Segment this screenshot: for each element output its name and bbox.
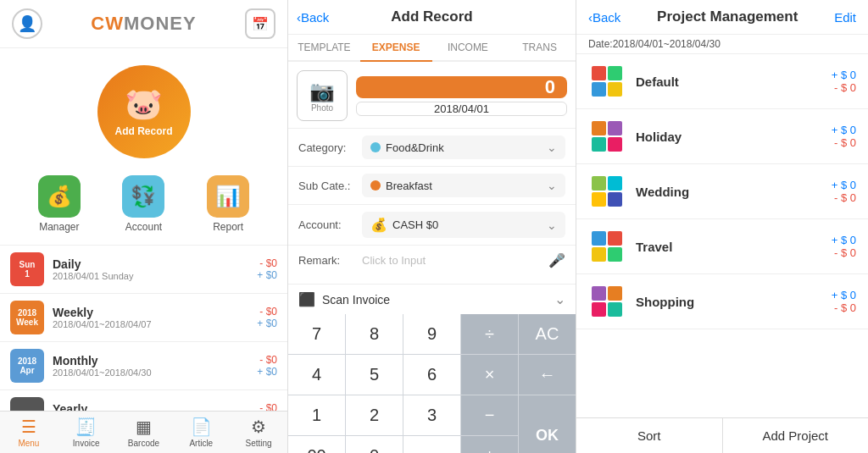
article-icon: 📄 — [191, 417, 212, 437]
right-panel: ‹ Back Project Management Edit Date:2018… — [576, 0, 868, 453]
nav-setting[interactable]: ⚙ Setting — [230, 412, 287, 453]
project-default-icon — [588, 63, 626, 100]
yearly-info: Yearly 2018/01/01~2018/12/31 — [53, 402, 257, 411]
list-item[interactable]: 2018 Apr Monthly 2018/04/01~2018/04/30 -… — [0, 342, 287, 390]
camera-icon: 📷 — [309, 80, 335, 103]
amount-date-box: 0 2018/04/01 — [356, 76, 567, 116]
num-plus[interactable]: + — [461, 436, 518, 453]
category-selector[interactable]: Food&Drink ⌄ — [362, 135, 565, 159]
project-item[interactable]: Holiday + $ 0 - $ 0 — [576, 109, 868, 164]
account-selector[interactable]: 💰 CASH $0 ⌄ — [362, 212, 565, 238]
project-back-button[interactable]: ‹ Back — [588, 10, 620, 25]
num-3[interactable]: 3 — [403, 395, 460, 435]
subcate-selector[interactable]: Breakfast ⌄ — [362, 174, 565, 197]
avatar-icon[interactable]: 👤 — [12, 8, 42, 39]
account-row: Account: 💰 CASH $0 ⌄ — [288, 204, 576, 245]
num-multiply[interactable]: × — [461, 355, 518, 395]
nav-barcode[interactable]: ▦ Barcode — [115, 412, 173, 453]
edit-button[interactable]: Edit — [834, 10, 856, 25]
list-item[interactable]: 2018 Yearly 2018/01/01~2018/12/31 - $0 +… — [0, 390, 287, 411]
daily-info: Daily 2018/04/01 Sunday — [53, 257, 257, 281]
category-value: Food&Drink — [386, 141, 444, 154]
remark-input[interactable]: Click to Input — [362, 254, 548, 267]
tab-trans[interactable]: TRANS — [504, 35, 576, 60]
subcate-row: Sub Cate.: Breakfast ⌄ — [288, 166, 576, 204]
list-item[interactable]: Sun 1 Daily 2018/04/01 Sunday - $0 + $0 — [0, 246, 287, 294]
account-label: Account — [125, 221, 162, 233]
amount-value: 0 — [545, 76, 555, 98]
chevron-down-icon: ⌄ — [547, 218, 557, 232]
report-action[interactable]: 📊 Report — [207, 175, 249, 233]
num-00[interactable]: 00 — [288, 436, 345, 453]
date-display[interactable]: 2018/04/01 — [356, 102, 567, 116]
add-record-button[interactable]: 🐷 Add Record — [97, 65, 191, 158]
invoice-icon: 🧾 — [75, 417, 97, 437]
right-footer: Sort Add Project — [576, 417, 868, 453]
left-panel: 👤 CWMONEY 📅 🐷 Add Record 💰 Manager 💱 Acc… — [0, 0, 288, 453]
tab-expense[interactable]: EXPENSE — [360, 35, 432, 62]
num-7[interactable]: 7 — [288, 314, 345, 354]
num-9[interactable]: 9 — [403, 314, 460, 354]
nav-invoice[interactable]: 🧾 Invoice — [58, 412, 115, 453]
manager-label: Manager — [39, 221, 79, 233]
project-shopping-amounts: + $ 0 - $ 0 — [832, 289, 856, 314]
list-item[interactable]: 2018 Week Weekly 2018/04/01~2018/04/07 -… — [0, 294, 287, 342]
num-divide[interactable]: ÷ — [461, 314, 518, 354]
num-8[interactable]: 8 — [346, 314, 403, 354]
num-2[interactable]: 2 — [346, 395, 403, 435]
num-ac[interactable]: AC — [519, 314, 576, 354]
category-row: Category: Food&Drink ⌄ — [288, 128, 576, 166]
numpad: 7 8 9 ÷ AC 4 5 6 × ← 1 2 3 − OK 00 0 . + — [288, 314, 576, 453]
num-ok[interactable]: OK — [519, 395, 576, 453]
list-section: Sun 1 Daily 2018/04/01 Sunday - $0 + $0 … — [0, 246, 287, 411]
app-logo: CWMONEY — [91, 13, 196, 35]
project-list: Default + $ 0 - $ 0 Holiday + $ 0 - $ 0 — [576, 54, 868, 417]
nav-menu[interactable]: ☰ Menu — [0, 412, 58, 453]
account-label: Account: — [298, 218, 362, 231]
weekly-amounts: - $0 + $0 — [257, 306, 277, 329]
project-item[interactable]: Travel + $ 0 - $ 0 — [576, 219, 868, 274]
chevron-down-icon: ⌄ — [547, 179, 557, 192]
project-travel-amounts: + $ 0 - $ 0 — [832, 234, 856, 259]
project-wedding-amounts: + $ 0 - $ 0 — [832, 179, 856, 204]
num-minus[interactable]: − — [461, 395, 518, 435]
num-5[interactable]: 5 — [346, 355, 403, 395]
mic-icon[interactable]: 🎤 — [548, 252, 565, 268]
daily-badge: Sun 1 — [10, 252, 44, 286]
tab-income[interactable]: INCOME — [432, 35, 504, 60]
num-backspace[interactable]: ← — [519, 355, 576, 395]
report-label: Report — [213, 221, 243, 233]
monthly-badge: 2018 Apr — [10, 349, 44, 383]
left-header: 👤 CWMONEY 📅 — [0, 0, 287, 48]
remark-row: Remark: Click to Input 🎤 — [288, 245, 576, 275]
menu-icon: ☰ — [21, 417, 36, 437]
calendar-icon[interactable]: 📅 — [245, 8, 275, 39]
qr-icon: ⬛ — [298, 291, 315, 307]
num-1[interactable]: 1 — [288, 395, 345, 435]
account-action[interactable]: 💱 Account — [122, 175, 164, 233]
back-button[interactable]: ‹ Back — [297, 10, 329, 25]
form-section: 📷 Photo 0 2018/04/01 Category: Food&Drin… — [288, 62, 576, 284]
num-0[interactable]: 0 — [346, 436, 403, 453]
add-project-button[interactable]: Add Project — [723, 418, 869, 453]
subcate-label: Sub Cate.: — [298, 180, 362, 192]
tab-template[interactable]: TEMPLATE — [288, 35, 360, 60]
scan-invoice-row[interactable]: ⬛ Scan Invoice ⌄ — [288, 284, 576, 314]
photo-button[interactable]: 📷 Photo — [297, 70, 348, 121]
yearly-amounts: - $0 + $0 — [257, 402, 277, 411]
manager-action[interactable]: 💰 Manager — [38, 175, 81, 233]
num-6[interactable]: 6 — [403, 355, 460, 395]
project-holiday-icon — [588, 118, 626, 155]
num-dot[interactable]: . — [403, 436, 460, 453]
account-value: CASH $0 — [392, 218, 438, 231]
nav-article[interactable]: 📄 Article — [172, 412, 230, 453]
project-item[interactable]: Wedding + $ 0 - $ 0 — [576, 164, 868, 219]
account-icon: 💱 — [122, 175, 164, 218]
num-4[interactable]: 4 — [288, 355, 345, 395]
amount-display: 0 — [356, 76, 567, 98]
project-item[interactable]: Shopping + $ 0 - $ 0 — [576, 274, 868, 329]
project-item[interactable]: Default + $ 0 - $ 0 — [576, 54, 868, 109]
pig-icon: 🐷 — [125, 86, 163, 122]
project-holiday-amounts: + $ 0 - $ 0 — [832, 124, 856, 149]
sort-button[interactable]: Sort — [576, 418, 723, 453]
